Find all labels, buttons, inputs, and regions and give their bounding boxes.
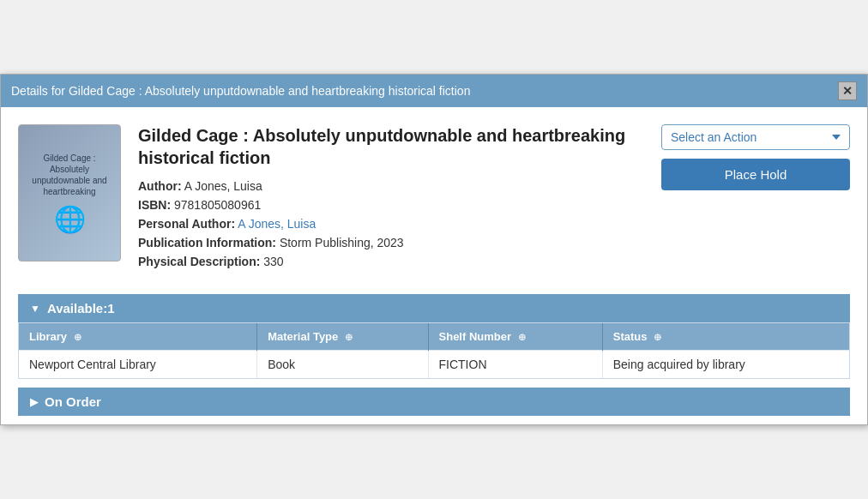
close-button[interactable]: ✕: [838, 81, 857, 100]
cell-shelf-number: FICTION: [428, 351, 602, 379]
isbn-field: ISBN: 9781805080961: [138, 198, 636, 212]
on-order-title: On Order: [45, 394, 101, 409]
availability-title: Available:1: [47, 301, 115, 316]
physical-label: Physical Description:: [138, 255, 260, 268]
col-status-icon: ⊕: [654, 332, 661, 342]
table-header-row: Library ⊕ Material Type ⊕ Shelf Number ⊕: [19, 323, 849, 351]
cell-status: Being acquired by library: [602, 351, 849, 379]
author-field: Author: A Jones, Luisa: [138, 179, 636, 193]
isbn-value: 9781805080961: [174, 198, 261, 212]
physical-value: 330: [263, 255, 283, 268]
col-library-icon: ⊕: [74, 332, 81, 342]
book-details-section: Gilded Cage : Absolutely unputdownable a…: [18, 124, 850, 274]
cell-library: Newport Central Library: [19, 351, 257, 379]
col-library-label: Library: [29, 330, 67, 343]
book-cover: Gilded Cage : Absolutely unputdownable a…: [18, 124, 121, 262]
on-order-header[interactable]: ▶ On Order: [18, 388, 850, 416]
dialog-body: Gilded Cage : Absolutely unputdownable a…: [1, 107, 867, 424]
col-status[interactable]: Status ⊕: [602, 323, 849, 351]
col-shelf-number[interactable]: Shelf Number ⊕: [428, 323, 602, 351]
book-cover-text: Gilded Cage : Absolutely unputdownable a…: [26, 153, 113, 197]
book-cover-icon: 🌐: [54, 204, 86, 234]
col-material-type-label: Material Type: [268, 330, 338, 343]
personal-author-label: Personal Author:: [138, 217, 235, 231]
cell-material-type: Book: [257, 351, 428, 379]
place-hold-button[interactable]: Place Hold: [661, 159, 850, 190]
on-order-arrow: ▶: [30, 396, 38, 408]
availability-arrow: ▼: [30, 303, 40, 315]
holdings-table: Library ⊕ Material Type ⊕ Shelf Number ⊕: [19, 323, 849, 378]
physical-field: Physical Description: 330: [138, 255, 636, 268]
col-library[interactable]: Library ⊕: [19, 323, 257, 351]
on-order-section: ▶ On Order: [18, 388, 850, 416]
book-details-dialog: Details for Gilded Cage : Absolutely unp…: [0, 74, 868, 425]
col-shelf-number-label: Shelf Number: [439, 330, 512, 343]
publication-field: Publication Information: Storm Publishin…: [138, 236, 636, 250]
col-status-label: Status: [613, 330, 648, 343]
publication-value: Storm Publishing, 2023: [280, 236, 404, 250]
col-material-type-icon: ⊕: [345, 332, 353, 342]
dialog-title: Details for Gilded Cage : Absolutely unp…: [11, 84, 470, 98]
action-panel: Select an Action Place HoldAdd to ListSa…: [653, 124, 850, 274]
book-title: Gilded Cage : Absolutely unputdownable a…: [138, 124, 636, 169]
author-value: A Jones, Luisa: [184, 179, 262, 193]
availability-header[interactable]: ▼ Available:1: [18, 294, 850, 322]
isbn-label: ISBN:: [138, 198, 171, 212]
author-label: Author:: [138, 179, 182, 193]
personal-author-link[interactable]: A Jones, Luisa: [238, 217, 316, 231]
action-select[interactable]: Select an Action Place HoldAdd to ListSa…: [661, 124, 850, 150]
publication-label: Publication Information:: [138, 236, 276, 250]
table-row: Newport Central Library Book FICTION Bei…: [19, 351, 849, 379]
col-material-type[interactable]: Material Type ⊕: [257, 323, 428, 351]
col-shelf-number-icon: ⊕: [518, 332, 526, 342]
holdings-table-wrapper: Library ⊕ Material Type ⊕ Shelf Number ⊕: [18, 322, 850, 379]
book-info: Gilded Cage : Absolutely unputdownable a…: [138, 124, 636, 274]
availability-section: ▼ Available:1 Library ⊕ Material Type: [18, 294, 850, 379]
dialog-title-bar: Details for Gilded Cage : Absolutely unp…: [1, 75, 867, 107]
personal-author-field: Personal Author: A Jones, Luisa: [138, 217, 636, 231]
